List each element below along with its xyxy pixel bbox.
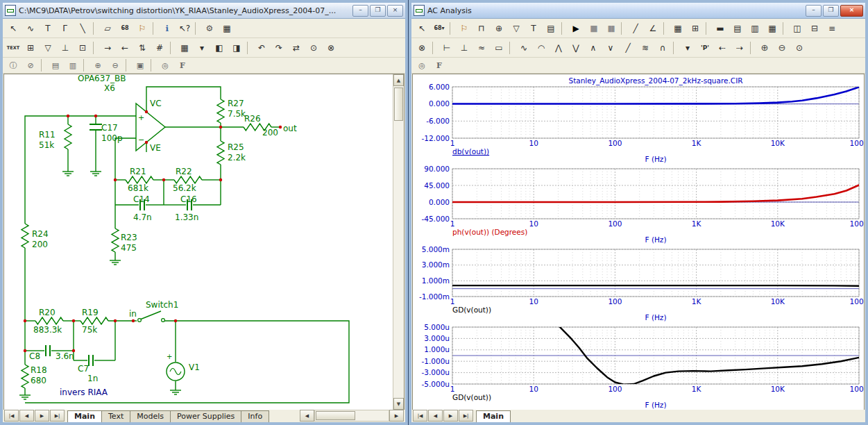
node-numbers-tool[interactable]: # <box>151 40 168 56</box>
close-button[interactable]: × <box>387 5 403 17</box>
font-button[interactable]: F <box>174 59 191 72</box>
label-r24[interactable]: R24 <box>32 229 49 239</box>
graphics-tool[interactable]: ▱ <box>99 21 116 36</box>
flag-tool[interactable]: ⚐ <box>134 21 151 36</box>
select-tool[interactable]: ↖ <box>5 21 22 36</box>
diagonal-wire-tool[interactable]: ╲ <box>74 21 91 36</box>
zoom-in-button[interactable]: ⊕ <box>756 40 773 56</box>
flip-tool[interactable]: ⇄ <box>288 40 305 56</box>
smoothing-tool[interactable]: ≋ <box>637 40 654 56</box>
minimize-button[interactable]: – <box>806 5 822 17</box>
ac-analysis-titlebar[interactable]: AC Analysis –❐× <box>411 3 865 19</box>
plot-group-delay-m[interactable]: 5.000m3.000m1.000m-1.000m1101001K10K100K… <box>415 245 864 323</box>
step-in-tool[interactable]: → <box>99 40 116 56</box>
label-opamp_ref[interactable]: X6 <box>104 83 115 93</box>
label-c16[interactable]: C16 <box>180 194 197 204</box>
find-tool[interactable]: ⊙ <box>305 40 322 56</box>
format-button-1[interactable]: ▬ <box>712 21 729 36</box>
mirror-vertical-tool[interactable]: ◨ <box>228 40 245 56</box>
animate-button[interactable]: ◎ <box>414 59 430 72</box>
label-r27[interactable]: R27 <box>228 99 244 108</box>
mirror-horizontal-tool[interactable]: ◧ <box>211 40 228 56</box>
p-key-button[interactable]: 'P' <box>697 40 713 56</box>
scroll-up-button[interactable]: ▲ <box>393 74 404 86</box>
label-c8[interactable]: C8 <box>29 351 40 361</box>
tab-text[interactable]: Text <box>101 410 130 422</box>
format-button-2[interactable]: ▤ <box>729 21 746 36</box>
paste-button[interactable]: ▥ <box>65 59 81 72</box>
vertical-cursor-tool[interactable]: ⊥ <box>456 40 473 56</box>
label-r21v[interactable]: 681k <box>128 183 148 193</box>
pin-tool[interactable]: ⊥ <box>57 40 74 56</box>
label-r22v[interactable]: 56.2k <box>173 183 196 193</box>
font-button[interactable]: F <box>431 59 448 72</box>
grid-button[interactable]: ⊞ <box>687 21 704 36</box>
label-r27v[interactable]: 7.5k <box>228 109 246 119</box>
cancel-button[interactable]: ⊘ <box>22 59 39 72</box>
label-c14v[interactable]: 4.7n <box>133 212 152 222</box>
animate-button[interactable]: ◎ <box>157 59 173 72</box>
scope-tool[interactable]: ⊓ <box>473 21 490 36</box>
tab-power-supplies[interactable]: Power Supplies <box>170 410 241 422</box>
line-tool[interactable]: ╱ <box>627 21 644 36</box>
plot-phase-vout[interactable]: 90.00045.0000.000-45.0001101001K10K100Kp… <box>415 165 864 245</box>
label-r24v[interactable]: 200 <box>32 240 48 249</box>
label-r19[interactable]: R19 <box>82 308 99 317</box>
grid-tool[interactable]: ▦ <box>176 40 193 56</box>
label-vc[interactable]: VC <box>150 99 162 108</box>
plot-db-vout[interactable]: 6.0000.000-6.000-12.0001101001K10K100Kdb… <box>415 76 864 165</box>
properties-tool[interactable]: ▤ <box>543 21 559 36</box>
graph-flag-tool[interactable]: ⚐ <box>456 21 473 36</box>
box-button[interactable]: ▣ <box>132 59 148 72</box>
schematic-titlebar[interactable]: C:\MC9\DATA\Petrov\switching distortion\… <box>3 3 405 19</box>
tag-measurement-tool[interactable]: ≈ <box>473 40 490 56</box>
valley-tool[interactable]: ⋁ <box>568 40 584 56</box>
label-r22[interactable]: R22 <box>176 167 192 176</box>
label-r20[interactable]: R20 <box>39 308 56 317</box>
label-invers[interactable]: invers RIAA <box>60 388 108 397</box>
plot-group-delay-u[interactable]: 5.000u3.000u1.000u-1.000u-3.000u-5.000u1… <box>415 323 864 410</box>
options-dropdown[interactable]: ▾ <box>679 40 696 56</box>
text-mode-tool[interactable]: T <box>40 21 56 36</box>
slope-tool[interactable]: ╱ <box>620 40 636 56</box>
zoom-in-button[interactable]: ⊕ <box>90 59 106 72</box>
horizontal-scroll-thumb[interactable] <box>316 411 355 420</box>
exchange-tool[interactable]: ⇅ <box>134 40 151 56</box>
preferences-tool[interactable]: ⚙ <box>201 21 218 36</box>
label-r11[interactable]: R11 <box>39 130 56 140</box>
measure-tool[interactable]: ∠ <box>645 21 661 36</box>
tab-main[interactable]: Main <box>67 410 102 422</box>
text-tool[interactable]: T <box>525 21 542 36</box>
copy-picture-button[interactable]: ▤ <box>47 59 64 72</box>
horizontal-cursor-tool[interactable]: ⊢ <box>439 40 455 56</box>
info-tool[interactable]: ℹ <box>159 21 176 36</box>
prev-page-button[interactable]: ◀ <box>428 410 443 422</box>
close-button[interactable]: × <box>840 5 863 17</box>
label-r18v[interactable]: 680 <box>31 376 46 385</box>
info-button[interactable]: ⓘ <box>5 59 22 72</box>
label-opamp_model[interactable]: OPA637_BB <box>78 74 126 83</box>
last-page-button[interactable]: ▶| <box>50 410 65 422</box>
label-r20v[interactable]: 883.3k <box>33 325 62 335</box>
minimize-button[interactable]: – <box>352 5 368 17</box>
vertical-scroll-track[interactable] <box>393 86 404 398</box>
pause-button[interactable]: ▮▮ <box>602 21 619 36</box>
label-r23v[interactable]: 475 <box>121 243 137 253</box>
restore-button[interactable]: ❐ <box>823 5 839 17</box>
label-r19v[interactable]: 75k <box>82 325 97 335</box>
label-r26v[interactable]: 200 <box>262 128 278 138</box>
step-out-tool[interactable]: ← <box>117 40 133 56</box>
label-c14[interactable]: C14 <box>133 194 150 204</box>
zoom-out-button[interactable]: ⊖ <box>774 40 790 56</box>
schematic-window-icon[interactable] <box>5 5 16 16</box>
overlay-button[interactable]: ⊟ <box>806 21 823 36</box>
region-select-tool[interactable]: ⊞ <box>22 40 39 56</box>
select-tool[interactable]: ↖ <box>414 21 430 36</box>
label-c7[interactable]: C7 <box>78 364 89 374</box>
wire-mode-tool[interactable]: Г <box>57 21 74 36</box>
zoom-out-button[interactable]: ⊖ <box>107 59 124 72</box>
intersection-tool[interactable]: ∩ <box>654 40 671 56</box>
label-in_label[interactable]: in <box>129 309 137 319</box>
undo-button[interactable]: ↶ <box>253 40 270 56</box>
label-out[interactable]: out <box>283 124 297 133</box>
